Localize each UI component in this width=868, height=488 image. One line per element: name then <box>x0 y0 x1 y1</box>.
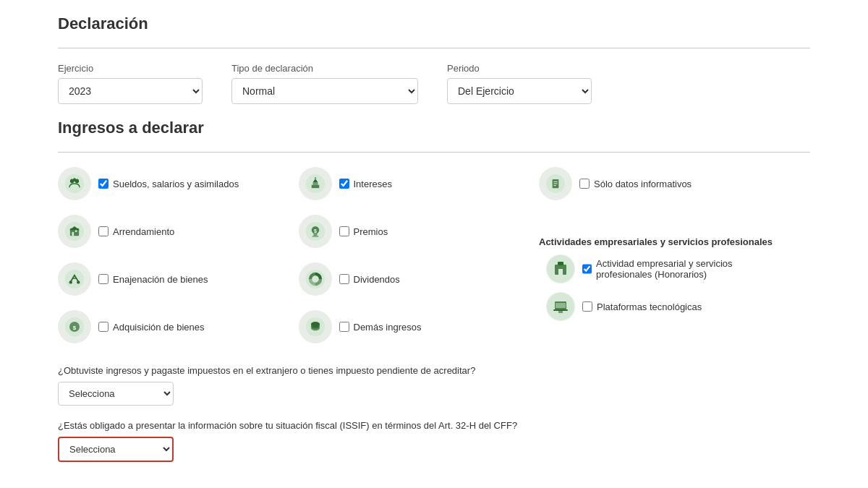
actividad-empresarial-checkbox[interactable] <box>582 264 592 274</box>
demas-label[interactable]: Demás ingresos <box>339 322 422 333</box>
declaracion-title: Declaración <box>58 14 810 33</box>
sueldos-checkbox[interactable] <box>98 179 109 189</box>
actividad-empresarial-label[interactable]: Actividad empresarial y servicios profes… <box>582 258 741 280</box>
dividendos-label[interactable]: Dividendos <box>339 274 400 285</box>
solo-datos-item: Sólo datos informativos <box>539 167 810 200</box>
svg-point-10 <box>69 281 72 283</box>
adquisicion-label[interactable]: Adquisición de bienes <box>98 322 204 333</box>
premios-checkbox[interactable] <box>339 226 349 236</box>
premios-label[interactable]: Premios <box>339 226 388 237</box>
intereses-checkbox[interactable] <box>339 179 349 189</box>
ingreso-enajenacion: Enajenación de bienes <box>58 262 284 296</box>
question2-label: ¿Estás obligado a presentar la informaci… <box>58 420 810 431</box>
svg-rect-24 <box>313 234 317 236</box>
ingreso-adquisicion: $ Adquisición de bienes <box>58 310 284 343</box>
dividendos-icon <box>299 262 332 296</box>
svg-text:$: $ <box>314 228 317 234</box>
ingreso-premios: $ Premios <box>299 215 525 248</box>
ejercicio-group: Ejercicio 2023 2022 2021 2020 <box>58 63 203 104</box>
enajenacion-icon <box>58 262 91 296</box>
solo-datos-label[interactable]: Sólo datos informativos <box>579 179 692 189</box>
demas-checkbox[interactable] <box>339 322 349 332</box>
solo-datos-icon <box>539 167 572 200</box>
ingreso-intereses: Intereses <box>299 167 525 200</box>
plataformas-checkbox[interactable] <box>582 301 592 312</box>
svg-rect-7 <box>75 230 77 232</box>
demas-icon <box>299 310 332 343</box>
svg-rect-39 <box>558 269 563 275</box>
svg-text:$: $ <box>73 325 77 331</box>
ejercicio-label: Ejercicio <box>58 63 203 74</box>
plataformas-item: Plataformas tecnológicas <box>546 292 810 321</box>
svg-rect-17 <box>311 185 319 188</box>
ingreso-demas: Demás ingresos <box>299 310 525 343</box>
actividades-sub-items: Actividad empresarial y servicios profes… <box>546 254 810 321</box>
ingreso-arrendamiento: Arrendamiento <box>58 215 284 248</box>
svg-point-3 <box>73 178 76 181</box>
ingresos-col3: Sólo datos informativos Actividades empr… <box>539 167 810 343</box>
svg-rect-6 <box>72 232 75 236</box>
questions-section: ¿Obtuviste ingresos y pagaste impuestos … <box>58 365 810 476</box>
declaracion-section: Declaración Ejercicio 2023 2022 2021 202… <box>58 14 810 104</box>
enajenacion-label[interactable]: Enajenación de bienes <box>98 274 208 285</box>
intereses-label[interactable]: Intereses <box>339 179 392 189</box>
ingresos-grid: Sueldos, salarios y asimilados <box>58 167 810 343</box>
ingresos-section: Ingresos a declarar <box>58 119 810 476</box>
svg-point-30 <box>310 322 319 327</box>
declaracion-form-row: Ejercicio 2023 2022 2021 2020 Tipo de de… <box>58 63 810 104</box>
intereses-icon <box>299 167 332 200</box>
tipo-declaracion-label: Tipo de declaración <box>231 63 418 74</box>
question2-select[interactable]: Selecciona Sí No <box>58 437 174 462</box>
enajenacion-checkbox[interactable] <box>98 274 109 284</box>
tipo-declaracion-group: Tipo de declaración Normal Complementari… <box>231 63 418 104</box>
ingresos-title: Ingresos a declarar <box>58 119 810 137</box>
sueldos-label[interactable]: Sueldos, salarios y asimilados <box>98 179 239 189</box>
plataformas-icon <box>546 292 575 321</box>
ingresos-divider <box>58 152 810 153</box>
premios-icon: $ <box>299 215 332 248</box>
svg-rect-44 <box>556 303 566 308</box>
actividad-empresarial-icon <box>546 254 575 283</box>
page-container: Declaración Ejercicio 2023 2022 2021 202… <box>36 0 832 488</box>
periodo-label: Periodo <box>447 63 592 74</box>
plataformas-label[interactable]: Plataformas tecnológicas <box>582 301 702 312</box>
sueldos-icon <box>58 167 91 200</box>
arrendamiento-label[interactable]: Arrendamiento <box>98 226 174 237</box>
periodo-select[interactable]: Del Ejercicio Enero Febrero Marzo <box>447 78 592 104</box>
svg-rect-18 <box>312 182 318 185</box>
svg-point-11 <box>77 281 80 283</box>
ejercicio-select[interactable]: 2023 2022 2021 2020 <box>58 78 203 104</box>
ingreso-sueldos: Sueldos, salarios y asimilados <box>58 167 284 200</box>
tipo-declaracion-select[interactable]: Normal Complementaria Complementaria por… <box>231 78 418 104</box>
ingreso-dividendos: Dividendos <box>299 262 525 296</box>
arrendamiento-icon <box>58 215 91 248</box>
actividades-title: Actividades empresariales y servicios pr… <box>539 236 810 247</box>
ingresos-col1: Sueldos, salarios y asimilados <box>58 167 284 343</box>
ingresos-col2: Intereses $ <box>299 167 525 343</box>
adquisicion-icon: $ <box>58 310 91 343</box>
periodo-group: Periodo Del Ejercicio Enero Febrero Marz… <box>447 63 592 104</box>
svg-rect-42 <box>553 309 568 311</box>
declaracion-divider <box>58 48 810 48</box>
svg-point-9 <box>65 270 84 288</box>
svg-rect-43 <box>558 311 563 313</box>
dividendos-checkbox[interactable] <box>339 274 349 284</box>
adquisicion-checkbox[interactable] <box>98 322 109 332</box>
question1-select[interactable]: Selecciona Sí No <box>58 382 174 406</box>
arrendamiento-checkbox[interactable] <box>98 226 109 236</box>
question1-label: ¿Obtuviste ingresos y pagaste impuestos … <box>58 365 810 376</box>
svg-rect-38 <box>558 262 563 265</box>
question2-group: ¿Estás obligado a presentar la informaci… <box>58 420 810 476</box>
actividades-group: Actividades empresariales y servicios pr… <box>539 236 810 321</box>
question1-group: ¿Obtuviste ingresos y pagaste impuestos … <box>58 365 810 420</box>
actividad-empresarial-item: Actividad empresarial y servicios profes… <box>546 254 810 283</box>
svg-rect-25 <box>312 236 318 237</box>
solo-datos-checkbox[interactable] <box>579 179 590 189</box>
